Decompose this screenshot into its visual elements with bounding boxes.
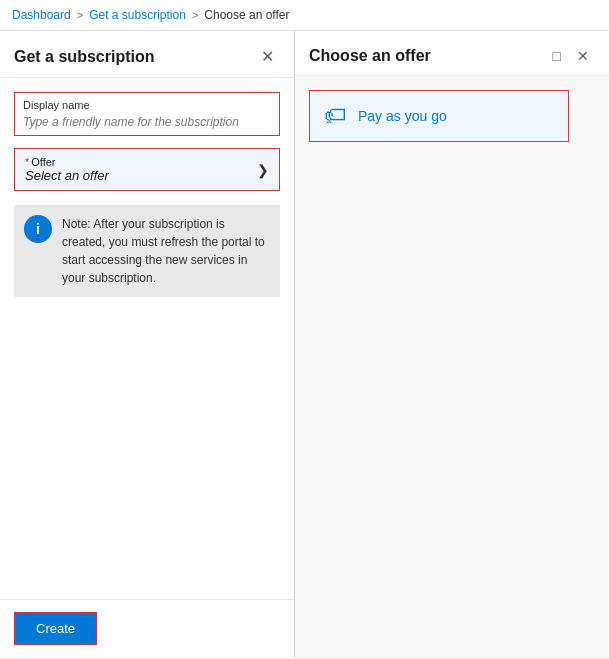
breadcrumb-get-subscription[interactable]: Get a subscription: [89, 8, 186, 22]
maximize-button[interactable]: □: [547, 47, 567, 65]
offer-selector[interactable]: *Offer Select an offer ❯: [14, 148, 280, 191]
left-panel-footer: Create: [0, 599, 294, 657]
chevron-right-icon: ❯: [257, 162, 269, 178]
offer-card-pay-as-you-go[interactable]: 🏷 Pay as you go: [309, 90, 569, 142]
display-name-input[interactable]: [23, 115, 271, 129]
breadcrumb-current: Choose an offer: [204, 8, 289, 22]
create-button[interactable]: Create: [14, 612, 97, 645]
offer-required-marker: *: [25, 156, 29, 168]
info-note: i Note: After your subscription is creat…: [14, 205, 280, 297]
breadcrumb-dashboard[interactable]: Dashboard: [12, 8, 71, 22]
form-area: Display name *Offer Select an offer ❯ i …: [0, 78, 294, 599]
left-panel-close-button[interactable]: ✕: [255, 47, 280, 67]
right-panel: Choose an offer □ ✕ 🏷 Pay as you go: [295, 31, 609, 657]
right-panel-header: Choose an offer □ ✕: [295, 31, 609, 76]
offer-card-name: Pay as you go: [358, 108, 447, 124]
display-name-label: Display name: [23, 99, 271, 111]
info-text: Note: After your subscription is created…: [62, 215, 270, 287]
left-panel-header: Get a subscription ✕: [0, 31, 294, 78]
right-panel-content: 🏷 Pay as you go: [295, 76, 609, 156]
info-icon: i: [24, 215, 52, 243]
offer-value: Select an offer: [25, 168, 109, 183]
right-panel-close-button[interactable]: ✕: [571, 47, 595, 65]
display-name-field: Display name: [14, 92, 280, 136]
breadcrumb: Dashboard > Get a subscription > Choose …: [0, 0, 609, 31]
breadcrumb-sep1: >: [77, 9, 83, 21]
offer-label: *Offer: [25, 156, 109, 168]
main-container: Get a subscription ✕ Display name *Offer…: [0, 31, 609, 657]
right-panel-actions: □ ✕: [547, 47, 595, 65]
offer-content: *Offer Select an offer: [25, 156, 109, 183]
offer-tag-icon: 🏷: [324, 103, 346, 129]
left-panel-title: Get a subscription: [14, 48, 154, 66]
left-panel: Get a subscription ✕ Display name *Offer…: [0, 31, 295, 657]
breadcrumb-sep2: >: [192, 9, 198, 21]
right-panel-title: Choose an offer: [309, 47, 431, 65]
